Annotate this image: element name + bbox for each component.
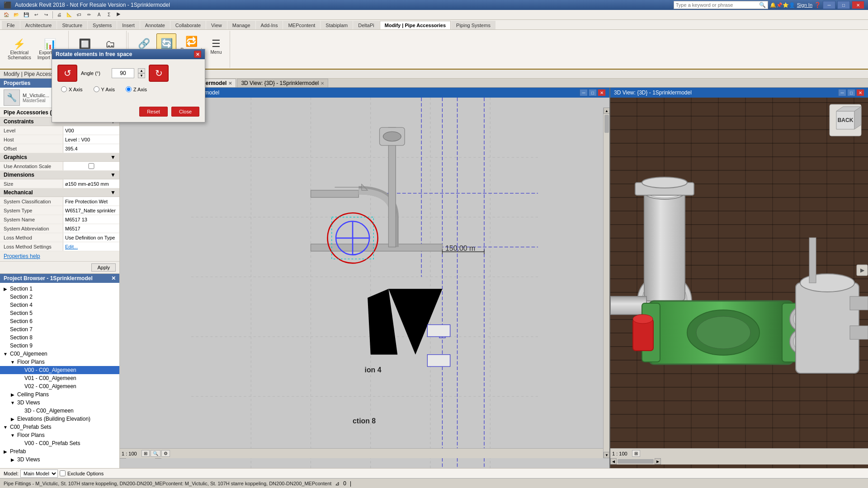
view-2d-content[interactable]: View Properties xyxy=(120,98,609,468)
hscroll-3d-thumb[interactable] xyxy=(618,459,654,464)
electrical-schematics-btn[interactable]: ⚡ ElectricalSchematics xyxy=(5,36,33,63)
prop-annotation-value[interactable] xyxy=(63,162,119,170)
tab-deltapi[interactable]: DeltaPi xyxy=(353,21,379,29)
tree-item-elevations[interactable]: ▶ Elevations (Building Elevation) xyxy=(0,415,119,423)
reset-button[interactable]: Reset xyxy=(139,107,168,117)
qa-symbols[interactable]: Σ xyxy=(104,11,113,19)
view-3d-content[interactable]: ▶ BACK 1 : 100 ⊞ xyxy=(610,98,868,468)
view-tab-2d-close[interactable]: ✕ xyxy=(228,81,232,86)
qa-undo[interactable]: ↩ xyxy=(32,11,41,19)
rotate-cw-btn[interactable]: ↻ xyxy=(149,65,169,82)
tree-item-floor-plans[interactable]: ▼ Floor Plans xyxy=(0,358,119,366)
zoom-in-btn[interactable]: 🔍 xyxy=(151,450,160,457)
vscroll-down[interactable]: ▼ xyxy=(604,452,609,458)
qa-print[interactable]: 🖨 xyxy=(55,11,64,19)
apply-button[interactable]: Apply xyxy=(91,263,116,272)
qa-text[interactable]: A xyxy=(94,11,104,19)
qa-save[interactable]: 💾 xyxy=(22,11,31,19)
view-3d-minimize[interactable]: ─ xyxy=(838,89,846,96)
view-3d-hscroll[interactable]: ◀ ▶ xyxy=(610,458,868,465)
section-dimensions[interactable]: Dimensions ▼ xyxy=(0,171,119,179)
nav-cube[interactable]: BACK xyxy=(827,102,863,138)
y-axis-radio[interactable]: Y Axis xyxy=(94,86,115,92)
tab-architecture[interactable]: Architecture xyxy=(20,21,57,29)
tab-view[interactable]: View xyxy=(206,21,227,29)
tree-item-prefab-3d[interactable]: ▶ 3D Views xyxy=(0,455,119,464)
offset-input[interactable] xyxy=(65,146,118,151)
tab-annotate[interactable]: Annotate xyxy=(140,21,170,29)
qa-annotate[interactable]: ✏ xyxy=(85,11,94,19)
close-btn[interactable]: ✕ xyxy=(852,1,864,9)
tree-item-section5[interactable]: Section 5 xyxy=(0,309,119,317)
dialog-close-icon[interactable]: ✕ xyxy=(194,51,201,58)
view-2d-close[interactable]: ✕ xyxy=(598,89,606,96)
z-axis-input[interactable] xyxy=(126,86,132,92)
qa-arrow[interactable]: ⯈ xyxy=(114,11,123,19)
tab-stabiplam[interactable]: Stabiplam xyxy=(321,21,353,29)
section-graphics[interactable]: Graphics ▼ xyxy=(0,153,119,162)
zoom-3d-btn[interactable]: ⊞ xyxy=(632,450,640,457)
qa-measure[interactable]: 📐 xyxy=(65,11,74,19)
tree-item-prefab-sets[interactable]: ▼ C00_Prefab Sets xyxy=(0,423,119,431)
tree-item-section8[interactable]: Section 8 xyxy=(0,333,119,342)
tree-item-v01[interactable]: V01 - C00_Algemeen xyxy=(0,374,119,382)
title-bar-controls[interactable]: 🔍 🔔📌⭐👤 Sign In ❓ ─ □ ✕ xyxy=(674,1,864,9)
tree-item-3d-c00[interactable]: 3D - C00_Algemeen xyxy=(0,407,119,415)
angle-step-down[interactable]: ▼ xyxy=(138,73,145,78)
view-tab-3d-close[interactable]: ✕ xyxy=(321,81,324,86)
view-3d-close[interactable]: ✕ xyxy=(856,89,864,96)
view-2d-minimize[interactable]: ─ xyxy=(580,89,588,96)
view-2d-maximize[interactable]: □ xyxy=(589,89,597,96)
model-dropdown[interactable]: Main Model xyxy=(20,469,58,478)
rotate-ccw-btn[interactable]: ↺ xyxy=(57,65,77,82)
qa-redo[interactable]: ↪ xyxy=(42,11,51,19)
menu-btn[interactable]: ☰ Menu xyxy=(206,33,226,61)
x-axis-radio[interactable]: X Axis xyxy=(61,86,83,92)
properties-help-link[interactable]: Properties help xyxy=(4,253,40,259)
tree-item-section1[interactable]: ▶ Section 1 xyxy=(0,285,119,293)
tree-item-v02[interactable]: V02 - C00_Algemeen xyxy=(0,382,119,390)
search-input[interactable] xyxy=(676,2,757,8)
section-mechanical[interactable]: Mechanical ▼ xyxy=(0,188,119,197)
angle-step-up[interactable]: ▲ xyxy=(138,68,145,73)
tab-file[interactable]: File xyxy=(2,21,20,29)
tree-item-prefab-floor[interactable]: ▼ Floor Plans xyxy=(0,431,119,439)
view-2d-vscroll[interactable]: ▲ ▼ xyxy=(603,108,609,458)
close-button[interactable]: Close xyxy=(171,107,199,117)
tree-item-section7[interactable]: Section 7 xyxy=(0,325,119,333)
tab-modify-pipe[interactable]: Modify | Pipe Accessories xyxy=(380,21,451,29)
tree-item-ceiling-plans[interactable]: ▶ Ceiling Plans xyxy=(0,390,119,399)
tree-item-section4[interactable]: Section 4 xyxy=(0,301,119,309)
qa-home[interactable]: 🏠 xyxy=(2,11,11,19)
search-box[interactable]: 🔍 xyxy=(674,1,768,9)
z-axis-radio[interactable]: Z Axis xyxy=(126,86,147,92)
view-options-btn[interactable]: ⚙ xyxy=(161,450,170,457)
tab-piping-systems[interactable]: Piping Systems xyxy=(451,21,495,29)
tab-manage[interactable]: Manage xyxy=(227,21,255,29)
tab-structure[interactable]: Structure xyxy=(57,21,87,29)
tree-item-c00-algemeen[interactable]: ▼ C00_Algemeen xyxy=(0,350,119,358)
tree-item-section9[interactable]: Section 9 xyxy=(0,342,119,350)
tab-collaborate[interactable]: Collaborate xyxy=(170,21,206,29)
tree-item-prefab[interactable]: ▶ Prefab xyxy=(0,447,119,455)
prop-level-value[interactable] xyxy=(63,126,119,135)
tab-insert[interactable]: Insert xyxy=(117,21,140,29)
sign-in-link[interactable]: Sign In xyxy=(797,2,812,8)
annotation-checkbox[interactable] xyxy=(65,163,118,169)
view-3d-maximize[interactable]: □ xyxy=(847,89,855,96)
tab-addins[interactable]: Add-Ins xyxy=(256,21,283,29)
project-browser-close[interactable]: ✕ xyxy=(111,275,116,282)
tab-systems[interactable]: Systems xyxy=(88,21,117,29)
tree-item-section2[interactable]: Section 2 xyxy=(0,293,119,301)
tree-item-section6[interactable]: Section 6 xyxy=(0,317,119,325)
vscroll-up[interactable]: ▲ xyxy=(604,108,609,114)
qa-tag[interactable]: 🏷 xyxy=(75,11,84,19)
level-input[interactable] xyxy=(65,128,118,133)
maximize-btn[interactable]: □ xyxy=(837,1,850,9)
minimize-btn[interactable]: ─ xyxy=(823,1,835,9)
y-axis-input[interactable] xyxy=(94,86,99,92)
zoom-fit-btn[interactable]: ⊞ xyxy=(142,450,150,457)
help-icon[interactable]: ❓ xyxy=(814,2,821,8)
qa-open[interactable]: 📂 xyxy=(12,11,21,19)
tree-item-3d-views[interactable]: ▼ 3D Views xyxy=(0,399,119,407)
